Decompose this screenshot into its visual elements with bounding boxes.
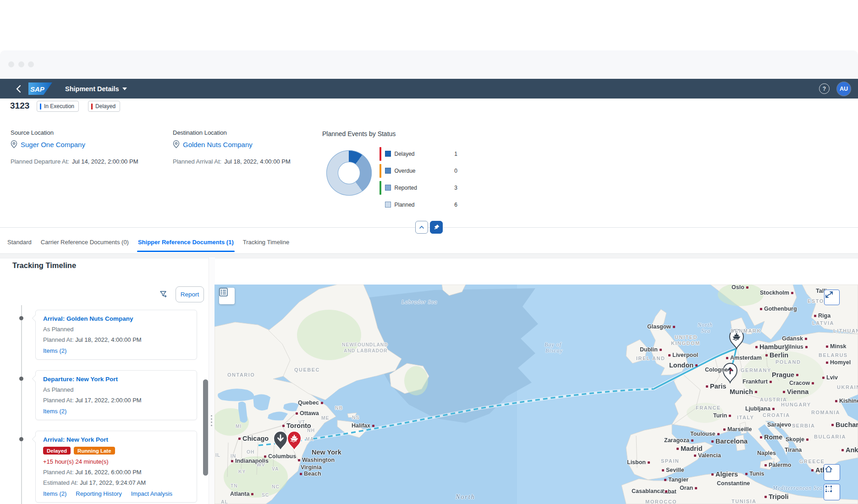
timeline-card[interactable]: Arrival: New York PortDelayedRunning Lat…	[35, 431, 197, 503]
city-dot	[764, 464, 767, 466]
map-fullscreen-button[interactable]	[824, 290, 840, 305]
label-text: LITHUANIA	[833, 328, 858, 334]
report-button[interactable]: Report	[176, 286, 204, 302]
map-city-label: Valencia	[694, 452, 721, 459]
label-text: Casablanca	[632, 488, 663, 494]
map-city-label: Palermo	[764, 462, 791, 468]
event-link-reporting-history[interactable]: Reporting History	[76, 490, 121, 497]
map-city-label: Cologne	[705, 367, 732, 373]
tracking-map[interactable]: QuebecOttawaTorontoHalifaxChicagoColumbu…	[214, 285, 858, 504]
label-text: IREL AND	[636, 356, 665, 361]
map-city-label: Lisbon	[627, 459, 650, 466]
map-region-label: HUNGARY	[781, 402, 811, 407]
map-city-label: Kishinev	[835, 398, 858, 404]
collapse-header-button[interactable]	[415, 221, 428, 234]
event-title-link[interactable]: Arrival: Golden Nuts Company	[43, 315, 189, 322]
label-text: LATVIA	[812, 320, 834, 326]
city-dot	[723, 428, 726, 431]
back-button[interactable]	[13, 83, 24, 94]
event-badges: DelayedRunning Late	[43, 447, 189, 455]
map-city-label: Algiers	[711, 471, 738, 478]
legend-swatch	[385, 185, 391, 191]
label-text: GREECE	[799, 459, 825, 464]
pin-header-button[interactable]	[430, 221, 443, 234]
event-title-link[interactable]: Departure: New York Port	[43, 376, 189, 383]
map-city-label: Washington	[298, 457, 335, 463]
map-city-label: Constantine	[717, 480, 750, 487]
label-text: Barcelona	[715, 438, 748, 445]
map-city-label: Stockholm	[760, 290, 793, 296]
label-text: FRANCE	[696, 405, 721, 411]
filter-icon[interactable]	[158, 288, 170, 300]
chart-legend: Delayed1Overdue0Reported3Planned6	[380, 145, 457, 213]
label-text: ITALY	[737, 415, 754, 420]
field-value: Jul 17, 2022, 9:24:07 AM	[80, 479, 146, 486]
timeline-card[interactable]: Departure: New York PortAs PlannedPlanne…	[35, 370, 197, 420]
legend-value: 3	[454, 185, 457, 191]
label-text: London	[669, 362, 693, 369]
city-dot	[665, 490, 667, 493]
label-text: Algiers	[715, 471, 738, 478]
tab-shipper-reference-documents-1[interactable]: Shipper Reference Documents (1)	[133, 231, 238, 253]
map-legend-button[interactable]	[219, 288, 235, 304]
map-region-label: CROATIA	[763, 412, 790, 418]
map-region-label: UNITED	[675, 334, 698, 340]
city-dot	[791, 292, 793, 294]
map-city-label: Toulouse	[690, 431, 720, 437]
map-city-label: Skopje	[786, 436, 808, 443]
map-city-label: Frankfurt	[742, 378, 772, 385]
tab-standard[interactable]: Standard	[3, 231, 36, 253]
avatar[interactable]: AU	[837, 82, 851, 96]
city-dot	[321, 402, 323, 404]
city-dot	[745, 473, 748, 475]
map-city-label: Hamburg	[755, 343, 789, 351]
label-text: Beach	[304, 471, 321, 477]
label-text: Cracow	[789, 380, 810, 386]
source-location-link[interactable]: Suger One Company	[11, 140, 85, 148]
map-city-label: Ottawa	[296, 410, 319, 416]
label-text: Cologne	[705, 367, 728, 373]
planned-departure: Planned Departure At:Jul 14, 2022, 2:00:…	[11, 158, 138, 165]
timeline-card[interactable]: Arrival: Golden Nuts CompanyAs PlannedPl…	[35, 310, 197, 360]
event-link-impact-analysis[interactable]: Impact Analysis	[131, 490, 172, 497]
map-city-label: Berlin	[765, 351, 788, 359]
label-text: Tunis	[749, 471, 764, 477]
label-text: Paris	[710, 383, 726, 390]
destination-location-link[interactable]: Golden Nuts Company	[173, 140, 253, 148]
event-link-items-2[interactable]: Items (2)	[43, 490, 66, 497]
tab-carrier-reference-documents-0[interactable]: Carrier Reference Documents (0)	[36, 231, 133, 253]
map-rectangle-zoom-button[interactable]	[824, 484, 840, 500]
label-text: Munich	[730, 388, 753, 395]
timeline-scrollbar[interactable]	[203, 379, 208, 476]
legend-label: Delayed	[395, 151, 455, 157]
city-dot	[770, 381, 772, 383]
delay-amount: +15 hour(s) 24 minute(s)	[43, 458, 189, 465]
event-link-items-2[interactable]: Items (2)	[43, 408, 66, 415]
tab-tracking-timeline[interactable]: Tracking Timeline	[238, 231, 294, 253]
panel-splitter[interactable]	[209, 257, 215, 504]
map-region-label: MI	[236, 423, 242, 429]
map-region-label: KY	[238, 469, 246, 474]
help-icon[interactable]: ?	[819, 83, 830, 94]
status-badge: In Execution	[37, 101, 79, 112]
label-text: Ankara	[846, 446, 858, 454]
home-icon	[824, 465, 833, 474]
legend-swatch	[385, 202, 391, 208]
map-home-button[interactable]	[824, 464, 840, 481]
event-link-items-2[interactable]: Items (2)	[43, 347, 66, 354]
label-text: Constantine	[717, 480, 750, 487]
event-title-link[interactable]: Arrival: New York Port	[43, 436, 189, 443]
label-text: Glasgow	[647, 323, 671, 330]
app-title-dropdown[interactable]: Shipment Details	[65, 85, 127, 93]
map-region-label: NH	[307, 427, 315, 433]
card-notch	[32, 315, 39, 322]
map-city-label: Dublin	[640, 346, 662, 353]
city-dot	[694, 455, 696, 457]
label-text: Columbus	[268, 453, 296, 460]
map-region-label: TN	[231, 483, 238, 488]
city-dot	[691, 439, 693, 442]
status-badge: Delayed	[88, 101, 120, 112]
city-dot	[805, 346, 808, 348]
map-region-label: UKRAINE	[837, 384, 858, 390]
city-dot	[251, 493, 253, 495]
